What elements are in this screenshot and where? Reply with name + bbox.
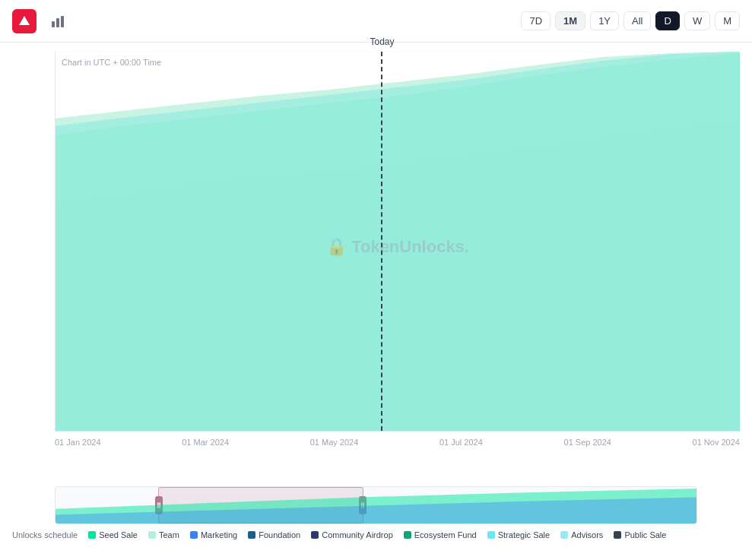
legend-dot-strategic-sale — [487, 531, 495, 539]
legend-label-public-sale: Public Sale — [624, 530, 666, 539]
x-label-1: 01 Mar 2024 — [182, 438, 229, 447]
btn-d[interactable]: D — [655, 11, 679, 30]
btn-1m[interactable]: 1M — [555, 11, 585, 30]
chart-container: 1.00b 800m 600m 400m 200m 0 Chart in UTC… — [0, 43, 752, 483]
legend-dot-public-sale — [614, 531, 621, 539]
btn-m[interactable]: M — [715, 11, 740, 30]
legend-dot-foundation — [248, 531, 255, 539]
svg-text:🔒 TokenUnlocks.: 🔒 TokenUnlocks. — [326, 236, 469, 257]
legend-ecosystem-fund: Ecosystem Fund — [404, 530, 477, 539]
time-controls: 7D 1M 1Y All D W M — [521, 11, 740, 30]
legend-dot-ecosystem-fund — [404, 531, 411, 539]
legend-label-advisors: Advisors — [571, 530, 603, 539]
legend-label-ecosystem-fund: Ecosystem Fund — [414, 530, 477, 539]
legend-seed-sale: Seed Sale — [88, 530, 138, 539]
legend-team: Team — [148, 530, 179, 539]
minimap[interactable] — [55, 486, 697, 524]
btn-w[interactable]: W — [684, 11, 710, 30]
svg-rect-0 — [52, 21, 55, 27]
legend-label-foundation: Foundation — [259, 530, 300, 539]
legend-label-strategic-sale: Strategic Sale — [498, 530, 550, 539]
legend-advisors: Advisors — [560, 530, 603, 539]
bar-chart-icon[interactable] — [46, 9, 70, 33]
legend-label-seed-sale: Seed Sale — [99, 530, 138, 539]
legend-label-community-airdrop: Community Airdrop — [322, 530, 393, 539]
legend-dot-seed-sale — [88, 531, 96, 539]
legend-dot-community-airdrop — [311, 531, 319, 539]
legend-community-airdrop: Community Airdrop — [311, 530, 393, 539]
chart-area: Chart in UTC + 00:00 Time Today — [55, 52, 740, 432]
svg-rect-1 — [56, 18, 59, 27]
legend-title: Unlocks schedule — [12, 530, 78, 539]
legend-public-sale: Public Sale — [614, 530, 666, 539]
x-label-2: 01 May 2024 — [310, 438, 359, 447]
legend-dot-team — [148, 531, 156, 539]
legend-dot-advisors — [560, 531, 568, 539]
today-line: Today — [381, 52, 382, 431]
btn-7d[interactable]: 7D — [521, 11, 551, 30]
chart-svg: 🔒 TokenUnlocks. — [56, 52, 740, 431]
top-bar-left — [12, 9, 70, 33]
legend-marketing: Marketing — [190, 530, 237, 539]
x-label-4: 01 Sep 2024 — [564, 438, 611, 447]
btn-all[interactable]: All — [623, 11, 651, 30]
x-label-3: 01 Jul 2024 — [439, 438, 483, 447]
legend-label-marketing: Marketing — [201, 530, 237, 539]
legend-foundation: Foundation — [248, 530, 300, 539]
logo-icon[interactable] — [12, 9, 36, 33]
x-axis-labels: 01 Jan 2024 01 Mar 2024 01 May 2024 01 J… — [55, 435, 740, 447]
legend: Unlocks schedule Seed Sale Team Marketin… — [0, 524, 752, 546]
legend-dot-marketing — [190, 531, 198, 539]
today-label: Today — [370, 36, 395, 47]
chart-title: Chart in UTC + 00:00 Time — [62, 58, 161, 67]
x-label-5: 01 Nov 2024 — [693, 438, 740, 447]
svg-rect-2 — [61, 16, 64, 27]
btn-1y[interactable]: 1Y — [590, 11, 619, 30]
legend-label-team: Team — [159, 530, 179, 539]
legend-strategic-sale: Strategic Sale — [487, 530, 550, 539]
x-label-0: 01 Jan 2024 — [55, 438, 101, 447]
